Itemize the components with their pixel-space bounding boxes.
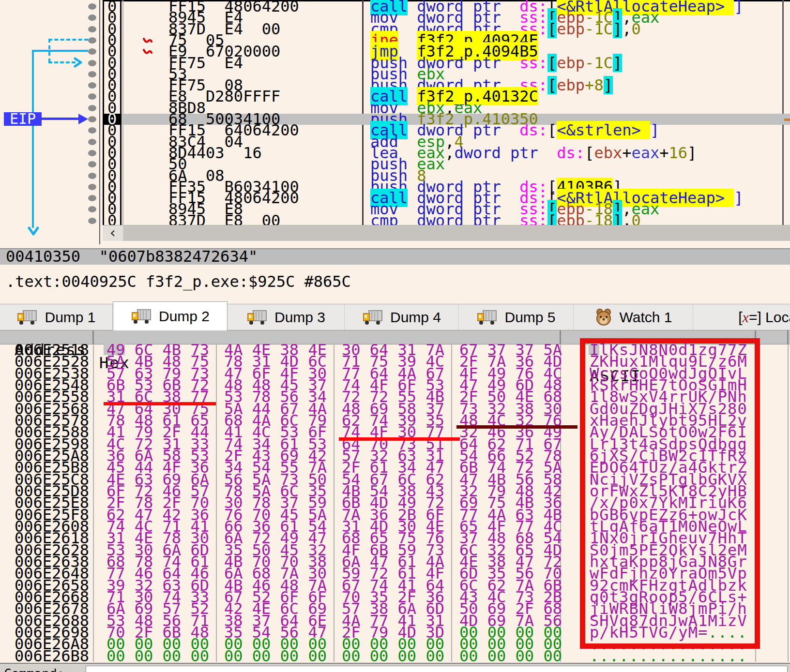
instr-token: dword ptr [454,144,538,162]
breakpoint-dot[interactable] [88,60,96,66]
hex-byte[interactable]: 00 [459,647,478,665]
hex-byte-group[interactable]: 00 00 00 00 [342,650,444,662]
breakpoint-dot[interactable] [88,93,96,100]
info-bar-text: 00410350 "0607b8382472634" [0,247,258,266]
tab-dump-1[interactable]: Dump 1 [0,304,113,330]
dump-truck-icon [246,309,268,326]
instr-token: , [445,144,454,162]
hex-byte[interactable]: 00 [224,647,243,665]
scrollbar-thumb[interactable] [123,226,790,241]
ascii-padding-chars: ................ [590,647,747,665]
hex-underline-annotation [456,425,577,429]
instr-token: ds: [557,144,585,162]
header-separator[interactable] [787,330,789,344]
breakpoint-dot[interactable] [88,206,96,212]
tab-dump-4[interactable]: Dump 4 [345,304,459,330]
instr-token: ebp [557,54,585,72]
conditional-jump-line [48,61,76,63]
hex-byte-group[interactable]: 00 00 00 00 [224,650,327,662]
instr-token: -1C [585,20,613,38]
breakpoint-dot[interactable] [88,218,96,224]
breakpoint-dot[interactable] [88,71,96,77]
command-input[interactable] [86,666,788,672]
tab-label: Watch 1 [620,309,672,326]
breakpoint-dot[interactable] [88,3,96,10]
breakpoint-dot[interactable] [88,184,96,190]
instr-token: ] [734,189,743,207]
breakpoint-dot[interactable] [88,150,96,156]
breakpoint-dot[interactable] [88,48,96,55]
dump-tab-bar: Dump 1Dump 2Dump 3Dump 4Dump 5Watch 1[x=… [0,304,790,330]
debugger-window: EIP 0FF15 48064200call dword ptr ds:[<&R… [0,0,790,672]
hex-underline-annotation [104,402,216,405]
breakpoint-dot[interactable] [88,26,96,32]
hex-byte[interactable]: 00 [280,647,299,665]
horizontal-scrollbar[interactable]: ‹ [103,225,790,241]
breakpoint-dot[interactable] [88,116,96,122]
zero-col-left-border [103,0,104,225]
instr-token: 0 [631,20,640,38]
hex-byte-group[interactable]: 00 00 00 00 [459,650,562,662]
instr-token: ] [613,20,622,38]
tab-locals[interactable]: [x=] Locals [693,304,790,330]
scroll-left-button[interactable]: ‹ [103,225,123,241]
hex-byte[interactable]: 00 [135,647,153,665]
instr-comment-divider[interactable] [782,0,784,225]
instr-token: -1C [585,54,613,72]
hex-byte[interactable]: 00 [106,647,125,665]
instr-token: [ [585,144,594,162]
tab-watch-1[interactable]: Watch 1 [574,304,693,330]
bytes-instr-divider[interactable] [362,0,364,225]
pane-divider [99,0,100,244]
instr-token: ebx [594,144,622,162]
tab-label: Dump 3 [274,309,325,326]
hex-byte[interactable]: 00 [425,647,444,665]
hex-byte[interactable]: 00 [487,647,506,665]
instr-token: + [622,144,631,162]
tab-label: Dump 1 [45,309,95,326]
hex-byte[interactable]: 00 [543,647,562,665]
hex-byte[interactable]: 00 [516,647,534,665]
breakpoint-dot[interactable] [88,82,96,89]
dump-truck-icon [476,309,498,326]
instr-token: ] [604,76,613,94]
breakpoint-dot[interactable] [88,37,96,44]
tab-dump-3[interactable]: Dump 3 [228,304,345,330]
instr-token: [ [547,76,557,94]
hex-byte[interactable]: 00 [252,647,271,665]
conditional-jump-line [48,39,88,41]
breakpoint-dot[interactable] [88,139,96,145]
hex-byte[interactable]: 00 [342,647,361,665]
breakpoint-dot[interactable] [88,15,96,21]
hex-byte[interactable]: 00 [370,647,389,665]
dump-column-separator [93,344,94,662]
breakpoint-dot[interactable] [88,161,96,167]
tab-label: Dump 2 [159,308,210,325]
hex-byte[interactable]: 00 [398,647,417,665]
comment-tick [784,119,790,121]
hex-byte[interactable]: 00 [190,647,209,665]
instr-token: ] [687,144,697,162]
tab-dump-5[interactable]: Dump 5 [459,304,574,330]
ascii-text[interactable]: ................ [590,650,747,662]
hex-byte[interactable]: 00 [308,647,327,665]
hex-byte-group[interactable]: 00 00 00 00 [106,650,209,662]
breakpoint-dot[interactable] [88,195,96,201]
instr-token: ] [613,54,622,72]
command-label: Command: [4,667,64,672]
dump-address[interactable]: 006E26B8 [15,650,89,662]
breakpoint-dot[interactable] [88,173,96,179]
disassembly-pane[interactable]: 0FF15 48064200call dword ptr ds:[<&RtlAl… [103,0,790,241]
dump-column-separator [216,344,217,662]
jump-taken-icon [142,48,153,56]
header-separator[interactable] [92,330,94,344]
tab-dump-2[interactable]: Dump 2 [113,301,228,330]
breakpoint-dot[interactable] [88,105,96,111]
dump-truck-icon [131,308,152,325]
info-bar: 00410350 "0607b8382472634" [0,248,790,265]
jump-arrowhead-right-icon [74,57,84,68]
instr-token [538,144,557,162]
breakpoint-dot[interactable] [88,127,96,134]
hex-byte[interactable]: 00 [163,647,182,665]
instr-token: ebp [557,20,585,38]
